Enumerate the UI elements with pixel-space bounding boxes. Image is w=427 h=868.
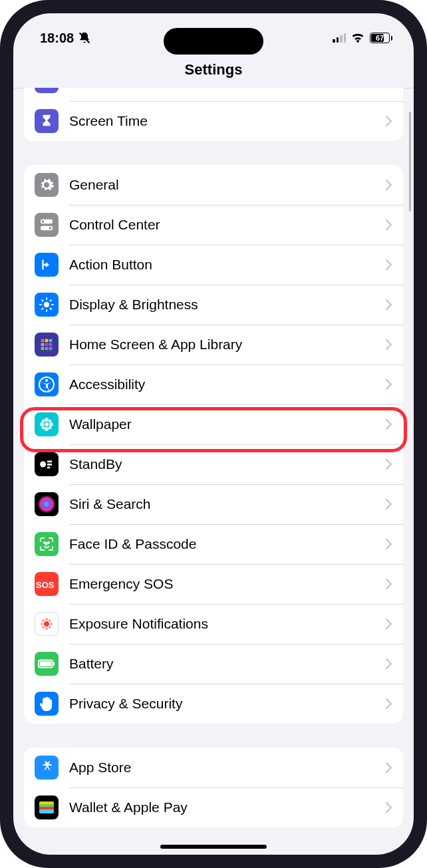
- settings-row-standby[interactable]: StandBy: [24, 444, 403, 484]
- dynamic-island: [164, 28, 263, 55]
- svg-point-51: [49, 627, 51, 629]
- settings-group: GeneralControl CenterAction ButtonDispla…: [24, 165, 403, 724]
- row-label: Emergency SOS: [69, 576, 386, 592]
- brightness-icon: [35, 293, 59, 317]
- svg-point-47: [51, 623, 53, 625]
- svg-point-39: [38, 496, 55, 513]
- svg-point-44: [46, 619, 48, 621]
- chevron-right-icon: [386, 762, 392, 773]
- hand-icon: [35, 692, 59, 716]
- settings-row-siri-search[interactable]: Siri & Search: [24, 484, 403, 524]
- wifi-icon: [351, 33, 364, 43]
- settings-row-face-id[interactable]: Face ID & Passcode: [24, 524, 403, 564]
- settings-row-general[interactable]: General: [24, 165, 403, 205]
- chevron-right-icon: [386, 579, 392, 589]
- grid-icon: [35, 333, 59, 357]
- svg-point-32: [49, 420, 52, 423]
- row-label: Accessibility: [69, 376, 386, 392]
- svg-point-30: [49, 422, 53, 426]
- row-label: Exposure Notifications: [69, 616, 386, 632]
- svg-rect-22: [45, 347, 49, 351]
- chevron-right-icon: [386, 339, 392, 350]
- svg-rect-54: [53, 662, 55, 666]
- settings-row-display[interactable]: Display & Brightness: [24, 285, 403, 325]
- chevron-right-icon: [386, 698, 392, 709]
- settings-row-wallpaper[interactable]: Wallpaper: [24, 404, 403, 444]
- svg-rect-58: [39, 809, 54, 813]
- row-label: Siri & Search: [69, 496, 386, 512]
- settings-group: App StoreWallet & Apple Pay: [24, 748, 403, 827]
- row-label: Display & Brightness: [69, 297, 386, 313]
- row-label: Home Screen & App Library: [69, 337, 386, 353]
- svg-point-25: [45, 379, 48, 382]
- svg-point-46: [41, 623, 43, 625]
- chevron-right-icon: [386, 219, 392, 230]
- chevron-right-icon: [386, 539, 392, 549]
- status-time: 18:08: [40, 31, 74, 46]
- svg-point-48: [43, 620, 45, 622]
- scrollbar[interactable]: [409, 112, 411, 212]
- chevron-right-icon: [386, 299, 392, 310]
- svg-rect-23: [49, 347, 53, 351]
- svg-rect-18: [41, 343, 45, 347]
- svg-point-29: [40, 422, 44, 426]
- settings-row-control-center[interactable]: Control Center: [24, 205, 403, 245]
- battery-percent: 67: [376, 34, 384, 42]
- settings-row-exposure[interactable]: Exposure Notifications: [24, 604, 403, 644]
- settings-list[interactable]: Focus Screen Time GeneralControl CenterA…: [13, 88, 414, 844]
- svg-point-41: [48, 542, 49, 543]
- toggles-icon: [35, 213, 59, 237]
- row-label: General: [69, 177, 386, 193]
- siri-icon: [35, 492, 59, 516]
- settings-row-action-button[interactable]: Action Button: [24, 245, 403, 285]
- svg-rect-17: [49, 339, 53, 343]
- svg-rect-37: [47, 464, 52, 466]
- screen: 18:08 67: [13, 13, 414, 855]
- settings-row-battery[interactable]: Battery: [24, 644, 403, 684]
- svg-point-3: [42, 220, 45, 223]
- page-title: Settings: [13, 51, 414, 88]
- svg-point-31: [42, 420, 45, 423]
- settings-row-accessibility[interactable]: Accessibility: [24, 364, 403, 404]
- svg-point-34: [49, 426, 52, 430]
- settings-row-emergency-sos[interactable]: SOSEmergency SOS: [24, 564, 403, 604]
- row-label: Privacy & Security: [69, 696, 386, 712]
- settings-row-app-store[interactable]: App Store: [24, 748, 403, 788]
- svg-rect-15: [41, 339, 45, 343]
- row-label: Control Center: [69, 217, 386, 233]
- side-button-volume-up: [0, 190, 1, 243]
- svg-text:SOS: SOS: [36, 580, 55, 590]
- svg-point-35: [40, 462, 46, 468]
- svg-rect-16: [45, 339, 49, 343]
- svg-point-50: [43, 627, 45, 629]
- svg-point-6: [44, 302, 49, 307]
- svg-point-49: [49, 620, 51, 622]
- svg-line-13: [42, 309, 43, 310]
- svg-point-5: [49, 227, 52, 229]
- flower-icon: [35, 412, 59, 436]
- chevron-right-icon: [386, 802, 392, 813]
- appstore-icon: [35, 756, 59, 780]
- row-label: App Store: [69, 760, 386, 776]
- svg-line-12: [51, 309, 52, 310]
- hourglass-icon: [35, 109, 59, 133]
- silent-bell-icon: [78, 31, 91, 45]
- row-label: Battery: [69, 656, 386, 672]
- row-label: Wallpaper: [69, 416, 386, 432]
- wallet-icon: [35, 796, 59, 819]
- battery-indicator: 67: [370, 33, 392, 43]
- settings-row-wallet[interactable]: Wallet & Apple Pay: [24, 788, 403, 827]
- home-indicator[interactable]: [160, 845, 267, 849]
- svg-rect-20: [49, 343, 53, 347]
- chevron-right-icon: [386, 419, 392, 430]
- svg-rect-19: [45, 343, 49, 347]
- svg-point-26: [45, 422, 49, 426]
- chevron-right-icon: [386, 658, 392, 669]
- settings-row-focus[interactable]: Focus: [24, 88, 403, 101]
- settings-row-privacy[interactable]: Privacy & Security: [24, 684, 403, 724]
- settings-row-screen-time[interactable]: Screen Time: [24, 101, 403, 141]
- svg-point-28: [45, 427, 49, 431]
- chevron-right-icon: [386, 619, 392, 629]
- focus-icon: [35, 88, 59, 93]
- settings-row-home-screen[interactable]: Home Screen & App Library: [24, 325, 403, 364]
